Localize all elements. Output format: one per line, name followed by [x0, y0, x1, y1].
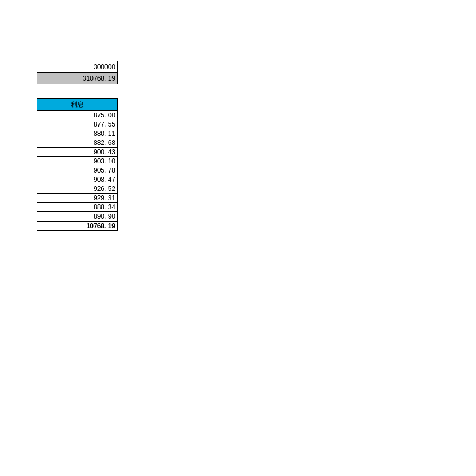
table-row: 875. 00 — [37, 111, 118, 120]
interest-cell: 905. 78 — [37, 166, 118, 175]
interest-cell: 926. 52 — [37, 184, 118, 194]
table-header: 利息 — [37, 99, 118, 111]
table-row: 908. 47 — [37, 175, 118, 184]
interest-cell: 903. 10 — [37, 157, 118, 166]
table-row: 880. 11 — [37, 129, 118, 138]
table-row: 926. 52 — [37, 184, 118, 194]
table-row: 877. 55 — [37, 120, 118, 129]
table-row: 905. 78 — [37, 166, 118, 175]
table-row: 890. 90 — [37, 212, 118, 222]
table-row: 900. 43 — [37, 148, 118, 157]
table-row: 882. 68 — [37, 138, 118, 148]
value2-text: 310768. 19 — [83, 75, 115, 82]
page-container: 300000 310768. 19 利息 875. 00877. 55880. … — [0, 0, 476, 476]
interest-cell: 875. 00 — [37, 111, 118, 120]
table-row: 903. 10 — [37, 157, 118, 166]
interest-cell: 890. 90 — [37, 212, 118, 222]
interest-cell: 900. 43 — [37, 148, 118, 157]
interest-cell: 880. 11 — [37, 129, 118, 138]
value1-box[interactable]: 300000 — [37, 61, 118, 72]
value1-text: 300000 — [94, 63, 115, 71]
total-cell: 10768. 19 — [37, 221, 118, 231]
interest-cell: 877. 55 — [37, 120, 118, 129]
top-section: 300000 310768. 19 — [37, 61, 118, 84]
interest-cell: 888. 34 — [37, 203, 118, 212]
interest-cell: 882. 68 — [37, 138, 118, 148]
interest-table: 利息 875. 00877. 55880. 11882. 68900. 4390… — [37, 98, 118, 231]
table-section: 利息 875. 00877. 55880. 11882. 68900. 4390… — [37, 98, 118, 231]
interest-cell: 929. 31 — [37, 194, 118, 203]
interest-cell: 908. 47 — [37, 175, 118, 184]
table-row: 888. 34 — [37, 203, 118, 212]
total-row: 10768. 19 — [37, 221, 118, 231]
table-row: 929. 31 — [37, 194, 118, 203]
value2-box[interactable]: 310768. 19 — [37, 72, 118, 84]
